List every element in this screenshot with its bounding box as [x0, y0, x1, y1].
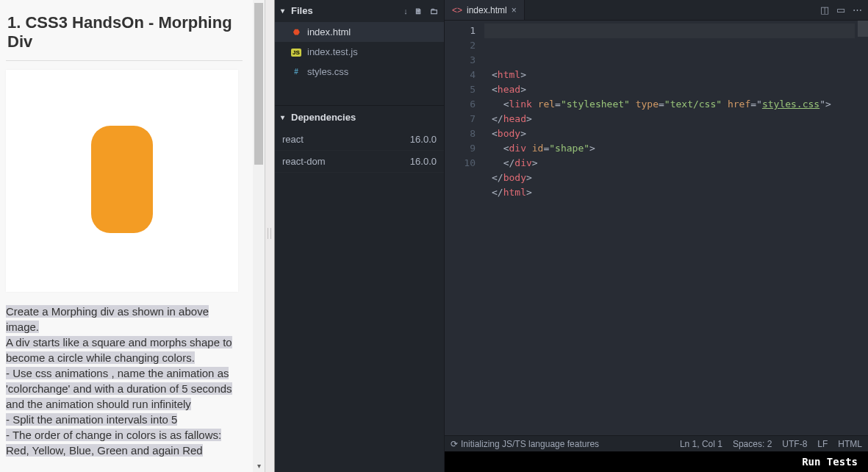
- eol[interactable]: LF: [817, 439, 828, 449]
- scroll-thumb[interactable]: [254, 3, 263, 165]
- editor-area: <> index.html × ◫ ▭ ⋯ 12345678910 <html>…: [445, 0, 868, 472]
- instructions-text: Create a Morphing div as shown in above …: [4, 296, 257, 461]
- dep-version: 16.0.0: [410, 134, 437, 145]
- dep-name: react-dom: [282, 156, 410, 167]
- new-file-icon[interactable]: 🗎: [415, 7, 423, 15]
- close-icon[interactable]: ×: [512, 5, 517, 15]
- language-mode[interactable]: HTML: [838, 439, 862, 449]
- toggle-panel-icon[interactable]: ▭: [836, 4, 845, 15]
- dependency-row[interactable]: react16.0.0: [275, 129, 444, 151]
- code-content[interactable]: <html><head> <link rel="stylesheet" type…: [484, 21, 855, 435]
- split-editor-icon[interactable]: ◫: [820, 4, 829, 15]
- files-section-header[interactable]: ▾ Files ↓ 🗎 🗀: [275, 0, 444, 21]
- download-icon[interactable]: ↓: [403, 7, 408, 15]
- loading-spinner-icon: ⟳: [451, 439, 458, 449]
- chevron-down-icon: ▾: [281, 113, 291, 121]
- instruction-line: - The order of change in colors is as fa…: [6, 429, 221, 457]
- html-file-icon: <>: [452, 5, 462, 15]
- dep-version: 16.0.0: [410, 156, 437, 167]
- file-item-styles-css[interactable]: #styles.css: [275, 62, 444, 82]
- tab-index-html[interactable]: <> index.html ×: [445, 0, 525, 20]
- files-header-label: Files: [291, 5, 399, 16]
- status-message: Initializing JS/TS language features: [461, 439, 599, 449]
- file-name: styles.css: [307, 66, 348, 77]
- tab-label: index.html: [467, 5, 507, 15]
- scrollbar[interactable]: ▴ ▾: [253, 0, 265, 472]
- resizer-grip-icon: ⋮⋮⋮⋮⋮⋮⋮⋮⋮⋮⋮⋮⋮⋮⋮: [267, 228, 273, 246]
- page-title: 1. CSS3 HandsOn - Morphing Div: [4, 9, 257, 60]
- file-item-index-test-js[interactable]: index.test.js: [275, 42, 444, 62]
- dependencies-section-header[interactable]: ▾ Dependencies: [275, 105, 444, 129]
- js-file-icon: [290, 48, 303, 56]
- divider: [6, 60, 243, 61]
- deps-header-label: Dependencies: [291, 112, 356, 123]
- encoding[interactable]: UTF-8: [782, 439, 807, 449]
- new-folder-icon[interactable]: 🗀: [430, 7, 438, 15]
- cursor-position[interactable]: Ln 1, Col 1: [680, 439, 722, 449]
- instruction-line: A div starts like a square and morphs sh…: [6, 336, 232, 364]
- scroll-position-indicator[interactable]: [858, 21, 868, 37]
- more-icon[interactable]: ⋯: [853, 4, 862, 15]
- dependency-row[interactable]: react-dom16.0.0: [275, 151, 444, 173]
- chevron-down-icon: ▾: [281, 7, 291, 15]
- preview-image: [6, 70, 238, 292]
- editor-body[interactable]: 12345678910 <html><head> <link rel="styl…: [445, 21, 868, 435]
- status-bar: ⟳ Initializing JS/TS language features L…: [445, 435, 868, 451]
- minimap[interactable]: [855, 21, 868, 435]
- run-tests-button[interactable]: Run Tests: [445, 451, 868, 472]
- file-explorer: ▾ Files ↓ 🗎 🗀 ⬣index.htmlindex.test.js#s…: [275, 0, 445, 472]
- file-name: index.test.js: [307, 46, 358, 57]
- morphing-shape: [91, 126, 153, 233]
- line-number-gutter: 12345678910: [445, 21, 484, 435]
- scroll-down-arrow[interactable]: ▾: [254, 460, 263, 472]
- instructions-panel: 1. CSS3 HandsOn - Morphing Div Create a …: [0, 0, 265, 472]
- file-list: ⬣index.htmlindex.test.js#styles.css: [275, 21, 444, 83]
- indent-setting[interactable]: Spaces: 2: [733, 439, 772, 449]
- css-file-icon: #: [290, 68, 303, 76]
- panel-resizer[interactable]: ⋮⋮⋮⋮⋮⋮⋮⋮⋮⋮⋮⋮⋮⋮⋮: [265, 0, 275, 472]
- instruction-line: - Use css animations , name the animatio…: [6, 367, 232, 410]
- html-file-icon: ⬣: [290, 28, 303, 36]
- instruction-line: - Split the animation intervals into 5: [6, 413, 177, 426]
- current-line-highlight: [484, 24, 855, 38]
- file-item-index-html[interactable]: ⬣index.html: [275, 22, 444, 42]
- tab-bar: <> index.html × ◫ ▭ ⋯: [445, 0, 868, 21]
- file-name: index.html: [307, 26, 351, 37]
- dependencies-list: react16.0.0react-dom16.0.0: [275, 129, 444, 173]
- instruction-line: Create a Morphing div as shown in above …: [6, 305, 209, 333]
- dep-name: react: [282, 134, 410, 145]
